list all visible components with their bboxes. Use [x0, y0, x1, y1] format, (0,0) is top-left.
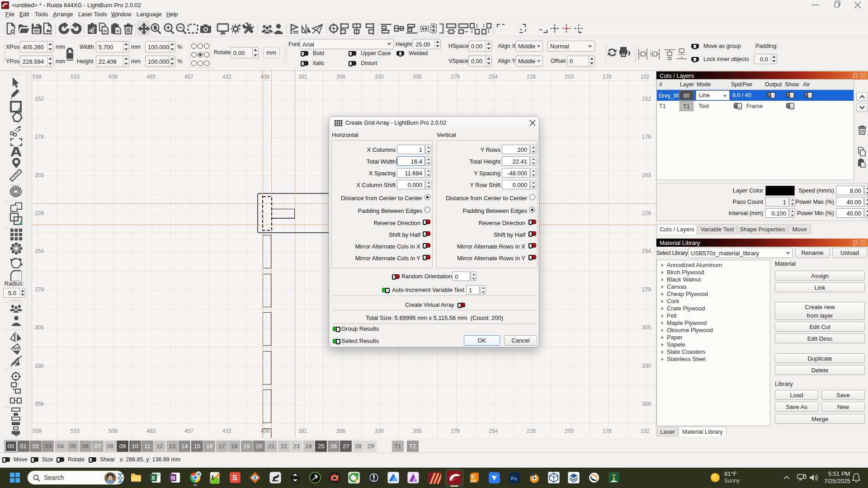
svg-text:N: N [171, 475, 175, 481]
svg-text:S: S [232, 474, 237, 482]
svg-text:FUS: FUS [471, 479, 476, 482]
svg-text:X: X [151, 475, 155, 481]
svg-text:Ps: Ps [511, 476, 517, 481]
svg-text:F: F [472, 474, 475, 479]
